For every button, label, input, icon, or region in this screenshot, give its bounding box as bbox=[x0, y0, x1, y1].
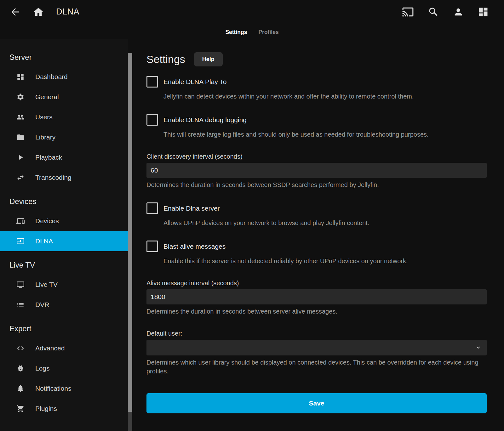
section-title-devices: Devices bbox=[0, 196, 128, 207]
admin-sidebar: Server Dashboard General bbox=[0, 39, 128, 431]
sidebar-item-label: Plugins bbox=[35, 405, 57, 412]
sidebar-item-label: Live TV bbox=[35, 281, 58, 288]
checkbox-description: Enable this if the server is not detecte… bbox=[163, 257, 487, 265]
swap-arrows-icon bbox=[16, 173, 25, 182]
alive-message-interval-input[interactable] bbox=[146, 289, 487, 304]
gear-icon bbox=[16, 93, 25, 101]
tv-icon bbox=[16, 281, 25, 289]
sidebar-item-label: Users bbox=[35, 113, 53, 121]
sidebar-item-general[interactable]: General bbox=[0, 87, 128, 107]
section-title-expert: Expert bbox=[0, 323, 128, 334]
section-title-server: Server bbox=[0, 52, 128, 63]
search-icon[interactable] bbox=[428, 6, 439, 18]
field-label: Alive message interval (seconds) bbox=[146, 279, 487, 287]
sidebar-item-dashboard[interactable]: Dashboard bbox=[0, 67, 128, 87]
sidebar-item-label: Devices bbox=[35, 217, 59, 225]
field-label: Client discovery interval (seconds) bbox=[146, 152, 487, 161]
sidebar-section-expert: Expert Advanced Logs bbox=[0, 323, 128, 419]
client-discovery-interval-block: Client discovery interval (seconds) Dete… bbox=[146, 152, 487, 189]
blast-alive-messages-block: Blast alive messages Enable this if the … bbox=[146, 241, 487, 265]
sidebar-scrollbar-track[interactable] bbox=[128, 53, 132, 431]
settings-form: Settings Help Enable DLNA Play To Jellyf… bbox=[146, 39, 487, 413]
sidebar-item-label: Notifications bbox=[35, 385, 71, 392]
checkbox-description: This will create large log files and sho… bbox=[163, 130, 487, 139]
sidebar-item-dvr[interactable]: DVR bbox=[0, 295, 128, 315]
page-body: Server Dashboard General bbox=[0, 39, 504, 431]
sidebar-item-label: Library bbox=[35, 133, 55, 141]
bug-icon bbox=[16, 364, 25, 372]
default-user-block: Default user: Determines which user libr… bbox=[146, 329, 487, 376]
enable-dlna-debug-logging-checkbox[interactable] bbox=[146, 114, 158, 126]
sidebar-scrollbar-thumb[interactable] bbox=[128, 53, 132, 412]
cast-icon[interactable] bbox=[402, 6, 414, 18]
sidebar-item-logs[interactable]: Logs bbox=[0, 358, 128, 378]
checkbox-label[interactable]: Enable DLNA Play To bbox=[163, 78, 226, 86]
sidebar-item-label: General bbox=[35, 93, 59, 101]
field-description: Determines the duration in seconds betwe… bbox=[146, 180, 487, 189]
chevron-down-icon bbox=[475, 344, 482, 352]
sidebar-section-livetv: Live TV Live TV DVR bbox=[0, 259, 128, 315]
field-label: Default user: bbox=[146, 329, 487, 338]
enable-dlna-server-checkbox[interactable] bbox=[146, 202, 158, 214]
cart-icon bbox=[16, 405, 25, 413]
alive-message-interval-block: Alive message interval (seconds) Determi… bbox=[146, 279, 487, 316]
sidebar-section-devices: Devices Devices DLNA bbox=[0, 196, 128, 251]
sidebar-item-users[interactable]: Users bbox=[0, 107, 128, 127]
section-title-livetv: Live TV bbox=[0, 259, 128, 271]
sidebar-item-library[interactable]: Library bbox=[0, 127, 128, 147]
sidebar-item-label: Advanced bbox=[35, 344, 65, 352]
sidebar-item-label: DLNA bbox=[35, 237, 53, 245]
sidebar-item-label: Dashboard bbox=[35, 73, 68, 81]
checkbox-label[interactable]: Enable DLNA debug logging bbox=[163, 116, 247, 124]
sidebar-item-plugins[interactable]: Plugins bbox=[0, 399, 128, 419]
save-button[interactable]: Save bbox=[146, 393, 487, 413]
code-icon bbox=[16, 344, 25, 352]
dashboard-icon bbox=[16, 73, 25, 81]
bell-icon bbox=[16, 384, 25, 393]
sidebar-item-devices[interactable]: Devices bbox=[0, 211, 128, 231]
sidebar-item-notifications[interactable]: Notifications bbox=[0, 378, 128, 399]
sidebar-item-playback[interactable]: Playback bbox=[0, 147, 128, 167]
enable-dlna-playto-block: Enable DLNA Play To Jellyfin can detect … bbox=[146, 76, 487, 101]
list-icon bbox=[16, 301, 25, 309]
help-button[interactable]: Help bbox=[194, 52, 223, 66]
sidebar-item-livetv[interactable]: Live TV bbox=[0, 275, 128, 295]
settings-heading: Settings bbox=[146, 52, 185, 66]
sidebar-section-server: Server Dashboard General bbox=[0, 52, 128, 188]
top-app-bar: DLNA bbox=[0, 0, 504, 24]
sidebar-item-advanced[interactable]: Advanced bbox=[0, 338, 128, 358]
enable-dlna-server-block: Enable Dlna server Allows UPnP devices o… bbox=[146, 202, 487, 227]
sidebar-item-dlna[interactable]: DLNA bbox=[0, 231, 128, 251]
back-arrow-icon[interactable] bbox=[9, 6, 21, 18]
checkbox-description: Allows UPnP devices on your network to b… bbox=[163, 218, 487, 227]
sidebar-item-transcoding[interactable]: Transcoding bbox=[0, 167, 128, 188]
jellyfin-dlna-settings-page: DLNA Settings Profiles Server bbox=[0, 0, 504, 431]
tab-profiles[interactable]: Profiles bbox=[258, 29, 278, 36]
sidebar-item-label: Playback bbox=[35, 154, 62, 161]
page-title: DLNA bbox=[56, 7, 79, 17]
sidebar-item-label: Logs bbox=[35, 365, 50, 372]
checkbox-label[interactable]: Enable Dlna server bbox=[163, 205, 220, 212]
default-user-select[interactable] bbox=[146, 340, 487, 355]
tab-bar: Settings Profiles bbox=[0, 24, 504, 41]
enable-dlna-playto-checkbox[interactable] bbox=[146, 76, 158, 88]
field-description: Determines which user library should be … bbox=[146, 358, 487, 376]
checkbox-description: Jellyfin can detect devices within your … bbox=[163, 92, 487, 101]
tab-settings[interactable]: Settings bbox=[225, 29, 247, 36]
folder-icon bbox=[16, 133, 25, 141]
checkbox-label[interactable]: Blast alive messages bbox=[163, 243, 226, 250]
play-icon bbox=[16, 153, 25, 162]
field-description: Determines the duration in seconds betwe… bbox=[146, 307, 487, 316]
devices-icon bbox=[16, 217, 25, 225]
client-discovery-interval-input[interactable] bbox=[146, 163, 487, 178]
input-icon bbox=[16, 237, 25, 245]
sidebar-item-label: DVR bbox=[35, 301, 49, 309]
sidebar-item-label: Transcoding bbox=[35, 174, 72, 181]
home-icon[interactable] bbox=[33, 6, 44, 18]
dashboard-grid-icon[interactable] bbox=[478, 6, 489, 18]
user-icon[interactable] bbox=[453, 7, 464, 17]
users-icon bbox=[16, 113, 25, 121]
blast-alive-messages-checkbox[interactable] bbox=[146, 241, 158, 252]
enable-dlna-debug-logging-block: Enable DLNA debug logging This will crea… bbox=[146, 114, 487, 139]
